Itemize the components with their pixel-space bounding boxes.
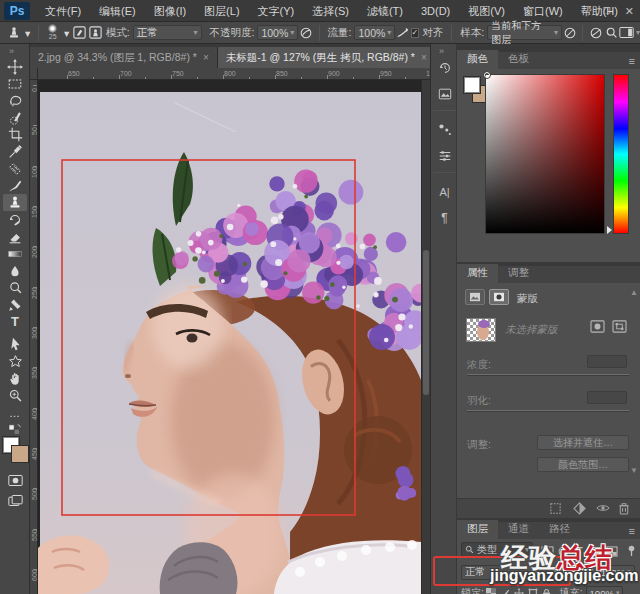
lasso-tool[interactable] — [3, 92, 27, 109]
lock-transparency-icon[interactable] — [484, 586, 498, 594]
screen-mode-icon[interactable] — [3, 492, 27, 509]
clone-source-panel-icon[interactable] — [88, 24, 103, 42]
quick-selection-tool[interactable] — [3, 109, 27, 126]
history-brush-tool[interactable] — [3, 211, 27, 228]
background-color-swatch[interactable] — [11, 445, 29, 463]
filter-toggle-icon[interactable] — [624, 544, 640, 559]
pressure-size-icon[interactable] — [588, 24, 603, 42]
collapse-toolbox-icon[interactable]: » — [9, 46, 13, 56]
add-vector-mask-icon[interactable] — [612, 320, 627, 333]
crop-tool[interactable] — [3, 126, 27, 143]
pixel-layer-icon[interactable] — [465, 289, 485, 305]
paragraph-panel-icon[interactable]: ¶ — [434, 208, 455, 228]
tab-color[interactable]: 颜色 — [457, 50, 498, 69]
sample-select[interactable]: 当前和下方图层 ▾ — [487, 25, 562, 40]
search-icon[interactable] — [604, 24, 619, 42]
airbrush-icon[interactable] — [395, 24, 410, 42]
mask-target-thumbnail[interactable] — [466, 318, 496, 342]
document-tab-2[interactable]: 未标题-1 @ 127% (男生 拷贝, RGB/8#) * × — [218, 47, 436, 68]
panel-menu-icon[interactable]: ≡ — [629, 55, 640, 69]
hue-slider[interactable] — [613, 74, 629, 234]
scroll-down-icon[interactable]: ▼ — [630, 466, 638, 475]
quick-mask-icon[interactable] — [3, 472, 27, 489]
trash-icon[interactable] — [618, 502, 630, 515]
healing-patch-tool[interactable] — [3, 160, 27, 177]
color-picker-marker[interactable] — [483, 71, 491, 79]
eyedropper-tool[interactable] — [3, 143, 27, 160]
workspace-switcher-icon[interactable] — [619, 24, 634, 42]
snapshot-panel-icon[interactable] — [434, 84, 455, 104]
menu-select[interactable]: 选择(S) — [303, 0, 358, 22]
ignore-adjustment-layers-icon[interactable] — [562, 24, 577, 42]
tab-channels[interactable]: 通道 — [498, 520, 539, 539]
color-range-button[interactable]: 颜色范围… — [537, 457, 629, 472]
document-tab-1[interactable]: 2.jpg @ 34.3% (图层 1, RGB/8#) * × — [30, 47, 218, 68]
menu-edit[interactable]: 编辑(E) — [90, 0, 145, 22]
tab-swatches[interactable]: 色板 — [498, 50, 539, 69]
pen-tool[interactable] — [3, 296, 27, 313]
menu-layer[interactable]: 图层(L) — [195, 0, 248, 22]
clone-source-strip-icon[interactable] — [434, 146, 455, 166]
density-slider[interactable] — [467, 374, 629, 376]
history-panel-icon[interactable] — [434, 58, 455, 78]
tab-paths[interactable]: 路径 — [539, 520, 580, 539]
hue-slider-arrow[interactable] — [607, 226, 612, 234]
ruler-origin-corner[interactable] — [30, 68, 38, 80]
tab-properties[interactable]: 属性 — [457, 264, 498, 283]
aligned-checkbox[interactable]: ✓ — [411, 28, 420, 38]
layer-fill-input[interactable]: 100% ▾ — [586, 586, 624, 594]
opacity-input[interactable]: 100% ▾ — [257, 25, 298, 40]
eye-icon[interactable] — [596, 502, 610, 514]
menu-filter[interactable]: 滤镜(T) — [358, 0, 412, 22]
restore-button[interactable]: ❐ — [603, 6, 611, 16]
lock-all-icon[interactable] — [540, 586, 554, 594]
load-selection-icon[interactable] — [549, 502, 562, 515]
tool-preset-dropdown[interactable]: ▾ — [22, 25, 33, 40]
gradient-tool[interactable] — [3, 245, 27, 262]
rectangular-marquee-tool[interactable] — [3, 75, 27, 92]
feather-value-box[interactable] — [587, 391, 627, 404]
lock-position-icon[interactable] — [512, 586, 526, 594]
menu-3d[interactable]: 3D(D) — [412, 0, 459, 22]
blur-tool[interactable] — [3, 262, 27, 279]
collapse-panels-icon[interactable]: » — [439, 46, 443, 56]
brush-tool[interactable] — [3, 177, 27, 194]
foreground-color-swatch[interactable] — [463, 76, 481, 94]
brush-panel-toggle-icon[interactable] — [72, 24, 87, 42]
clone-stamp-tool[interactable] — [3, 194, 27, 211]
dodge-tool[interactable] — [3, 279, 27, 296]
character-panel-icon[interactable]: A| — [434, 182, 455, 202]
path-selection-tool[interactable] — [3, 336, 27, 353]
move-tool[interactable] — [3, 58, 27, 75]
menu-file[interactable]: 文件(F) — [36, 0, 90, 22]
apply-mask-icon[interactable] — [573, 502, 586, 515]
add-pixel-mask-icon[interactable] — [590, 320, 605, 333]
hand-tool[interactable] — [3, 370, 27, 387]
tab-adjustments[interactable]: 调整 — [498, 264, 539, 283]
minimize-button[interactable]: – — [583, 5, 589, 17]
saturation-brightness-field[interactable] — [485, 74, 605, 234]
flow-input[interactable]: 100% ▾ — [354, 25, 395, 40]
tool-preset-icon[interactable] — [6, 24, 22, 42]
menu-type[interactable]: 文字(Y) — [249, 0, 304, 22]
scroll-up-icon[interactable]: ▲ — [630, 288, 638, 297]
close-button[interactable]: ✕ — [625, 5, 634, 18]
mask-mode-icon[interactable] — [489, 289, 509, 305]
select-and-mask-button[interactable]: 选择并遮住… — [537, 435, 629, 450]
edit-toolbar-icon[interactable]: … — [3, 404, 27, 421]
tab-layers[interactable]: 图层 — [457, 520, 498, 539]
pressure-opacity-icon[interactable] — [298, 24, 313, 42]
close-icon[interactable]: × — [421, 52, 427, 63]
custom-shape-tool[interactable] — [3, 353, 27, 370]
brush-preview[interactable]: 25 — [44, 24, 61, 42]
brush-dropdown[interactable]: ▾ — [61, 25, 72, 40]
photoshop-logo[interactable]: Ps — [4, 2, 30, 20]
lock-pixels-icon[interactable] — [498, 586, 512, 594]
panel-menu-icon[interactable]: ≡ — [629, 525, 640, 539]
type-tool[interactable]: T — [3, 313, 27, 330]
scrollbar-thumb[interactable] — [423, 250, 429, 395]
eraser-tool[interactable] — [3, 228, 27, 245]
close-icon[interactable]: × — [203, 52, 209, 63]
menu-image[interactable]: 图像(I) — [145, 0, 195, 22]
canvas-viewport[interactable] — [38, 80, 421, 594]
